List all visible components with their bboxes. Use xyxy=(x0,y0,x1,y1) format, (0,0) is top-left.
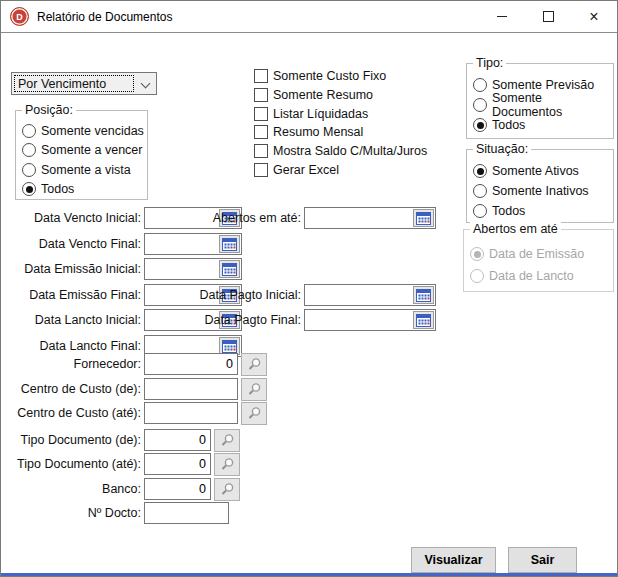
calendar-icon xyxy=(416,289,431,302)
radio-icon xyxy=(473,78,487,92)
banco-search-button[interactable] xyxy=(214,478,240,501)
minimize-icon xyxy=(497,16,507,17)
report-type-dropdown[interactable]: Por Vencimento xyxy=(11,72,157,95)
radio-label: Somente vencidas xyxy=(41,124,144,138)
radio-label: Somente a vista xyxy=(41,163,131,177)
data-emissao-inicial-field xyxy=(144,258,242,280)
data-vencto-final-field xyxy=(144,233,242,255)
radio-somente-inativos[interactable]: Somente Inativos xyxy=(467,181,613,201)
calendar-button[interactable] xyxy=(413,286,434,304)
sair-button[interactable]: Sair xyxy=(508,547,577,573)
calendar-button[interactable] xyxy=(413,209,434,227)
data-pagto-inicial-field xyxy=(304,284,436,306)
row-data-pagto-inicial: Data Pagto Inicial: xyxy=(1,284,618,306)
tipo-documento-de-input[interactable] xyxy=(145,430,210,450)
no-docto-field xyxy=(144,502,229,524)
row-data-vencto-final: Data Vencto Final: xyxy=(1,233,618,255)
checkbox-mostra-saldo[interactable]: Mostra Saldo C/Multa/Juros xyxy=(254,142,427,161)
checkbox-icon xyxy=(254,144,268,158)
field-label: Tipo Documento (até): xyxy=(1,453,141,475)
field-label: Data Vencto Final: xyxy=(1,233,141,255)
centro-custo-ate-search-button[interactable] xyxy=(241,402,267,425)
banco-input[interactable] xyxy=(145,479,210,499)
row-tipo-documento-de: Tipo Documento (de): xyxy=(1,429,618,451)
radio-icon xyxy=(22,124,36,138)
group-posicao: Posição: Somente vencidas Somente a venc… xyxy=(15,110,148,200)
row-banco: Banco: xyxy=(1,478,618,500)
group-tipo-label: Tipo: xyxy=(473,56,506,70)
centro-custo-de-search-button[interactable] xyxy=(241,378,267,401)
banco-field xyxy=(144,478,211,500)
tipo-documento-ate-search-button[interactable] xyxy=(214,453,240,476)
app-icon: D xyxy=(10,7,29,26)
radio-somente-ativos[interactable]: Somente Ativos xyxy=(467,161,613,181)
field-label: Data Pagto Inicial: xyxy=(161,284,301,306)
centro-custo-ate-field xyxy=(144,402,238,424)
radio-label: Somente Previsão xyxy=(492,78,594,92)
checkbox-somente-custo-fixo[interactable]: Somente Custo Fixo xyxy=(254,67,427,86)
field-label: Data Emissão Inicial: xyxy=(1,258,141,280)
magnifier-icon xyxy=(220,482,235,497)
no-docto-input[interactable] xyxy=(145,503,228,523)
report-type-value: Por Vencimento xyxy=(14,75,134,92)
calendar-icon xyxy=(222,263,237,276)
close-button[interactable]: × xyxy=(571,1,617,32)
tipo-documento-de-search-button[interactable] xyxy=(214,429,240,452)
radio-somente-documentos[interactable]: Somente Documentos xyxy=(467,95,613,115)
field-label: Data Pagto Final: xyxy=(161,309,301,331)
radio-label: Somente Ativos xyxy=(492,164,579,178)
visualizar-button[interactable]: Visualizar xyxy=(411,547,496,573)
magnifier-icon xyxy=(247,406,262,421)
group-situacao-label: Situação: xyxy=(473,142,531,156)
fornecedor-input[interactable] xyxy=(145,354,237,374)
radio-label: Somente a vencer xyxy=(41,143,142,157)
radio-icon xyxy=(22,143,36,157)
field-label: Banco: xyxy=(1,478,141,500)
magnifier-icon xyxy=(247,382,262,397)
centro-custo-ate-input[interactable] xyxy=(145,403,237,423)
fornecedor-search-button[interactable] xyxy=(241,353,267,376)
radio-icon xyxy=(473,98,487,112)
chevron-down-icon xyxy=(141,79,151,89)
checkbox-label: Somente Resumo xyxy=(273,88,373,102)
checkbox-resumo-mensal[interactable]: Resumo Mensal xyxy=(254,123,427,142)
radio-icon xyxy=(473,164,487,178)
row-centro-custo-ate: Centro de Custo (até): xyxy=(1,402,618,424)
calendar-icon xyxy=(222,340,237,353)
checkbox-label: Gerar Excel xyxy=(273,163,339,177)
radio-icon xyxy=(473,118,487,132)
centro-custo-de-input[interactable] xyxy=(145,379,237,399)
checkbox-somente-resumo[interactable]: Somente Resumo xyxy=(254,86,427,105)
calendar-button[interactable] xyxy=(413,311,434,329)
row-no-docto: Nº Docto: xyxy=(1,502,618,524)
radio-somente-a-vencer[interactable]: Somente a vencer xyxy=(16,141,147,161)
calendar-button[interactable] xyxy=(219,260,240,278)
calendar-icon xyxy=(416,212,431,225)
calendar-button[interactable] xyxy=(219,235,240,253)
radio-tipo-todos[interactable]: Todos xyxy=(467,115,613,135)
radio-posicao-todos[interactable]: Todos xyxy=(16,180,147,200)
window-title: Relatório de Documentos xyxy=(37,10,479,24)
fornecedor-field xyxy=(144,353,238,375)
radio-somente-vencidas[interactable]: Somente vencidas xyxy=(16,121,147,141)
maximize-icon xyxy=(543,11,554,22)
radio-label: Todos xyxy=(492,118,525,132)
checkbox-gerar-excel[interactable]: Gerar Excel xyxy=(254,160,427,179)
checkbox-listar-liquidadas[interactable]: Listar Líquidadas xyxy=(254,104,427,123)
maximize-button[interactable] xyxy=(525,1,571,32)
radio-icon xyxy=(22,163,36,177)
tipo-documento-de-field xyxy=(144,429,211,451)
row-data-emissao-inicial: Data Emissão Inicial: xyxy=(1,258,618,280)
minimize-button[interactable] xyxy=(479,1,525,32)
magnifier-icon xyxy=(220,457,235,472)
radio-somente-a-vista[interactable]: Somente a vista xyxy=(16,160,147,180)
magnifier-icon xyxy=(247,357,262,372)
checkbox-label: Resumo Mensal xyxy=(273,125,363,139)
checkbox-label: Listar Líquidadas xyxy=(273,107,368,121)
checkbox-label: Mostra Saldo C/Multa/Juros xyxy=(273,144,427,158)
checkbox-icon xyxy=(254,163,268,177)
field-label: Fornecedor: xyxy=(1,353,141,375)
radio-label: Somente Inativos xyxy=(492,184,589,198)
tipo-documento-ate-input[interactable] xyxy=(145,454,210,474)
radio-icon xyxy=(22,182,36,196)
